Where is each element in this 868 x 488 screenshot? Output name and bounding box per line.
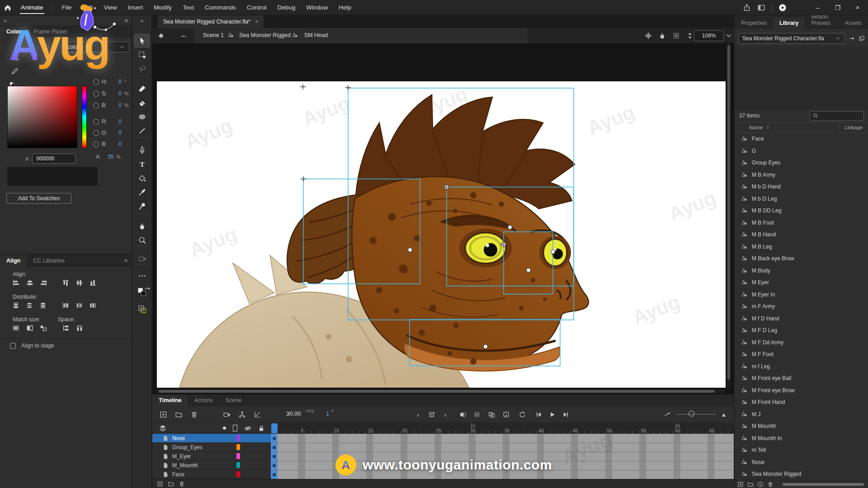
menu-item-window[interactable]: Window <box>301 0 333 15</box>
hex-color-input[interactable] <box>32 154 75 164</box>
tab-cc-libraries[interactable]: CC Libraries <box>27 255 71 267</box>
library-item[interactable]: M B Foot <box>735 217 868 229</box>
layer-parenting-icon[interactable] <box>236 409 247 419</box>
library-item[interactable]: M b D Hand <box>735 181 868 193</box>
tab-align[interactable]: Align <box>0 255 27 267</box>
fill-bucket-icon[interactable] <box>11 53 19 61</box>
library-item[interactable]: G <box>735 145 868 157</box>
hsb-field-h[interactable]: H:0° <box>93 79 126 85</box>
library-item[interactable]: M B Leg <box>735 241 868 253</box>
breadcrumb-scene[interactable]: Scene 1 <box>203 32 224 38</box>
test-movie-icon[interactable] <box>778 4 787 12</box>
library-item[interactable]: M f D Hand <box>735 313 868 325</box>
library-item-name[interactable]: M B DD Leg <box>752 207 781 214</box>
library-item-name[interactable]: m Tell <box>752 447 766 453</box>
library-item[interactable]: Sea Monster Rigged <box>735 468 868 480</box>
radio-icon[interactable] <box>93 91 99 97</box>
library-item[interactable]: M F D Leg <box>735 324 868 337</box>
loop-icon[interactable] <box>517 409 528 419</box>
timeline-zoom-slider[interactable] <box>677 414 716 415</box>
keyframe-dot[interactable] <box>273 446 276 449</box>
align-top-button[interactable] <box>61 278 71 287</box>
rgb-field-b[interactable]: B:0 <box>93 141 124 147</box>
document-tab-close-icon[interactable]: × <box>255 19 258 25</box>
radio-icon[interactable] <box>93 119 99 125</box>
layer-row-nose[interactable]: Nose <box>152 434 271 443</box>
layer-name[interactable]: Face <box>172 471 184 478</box>
swap-colors-icon[interactable] <box>143 286 151 295</box>
menu-item-debug[interactable]: Debug <box>272 0 301 15</box>
color-type-dropdown[interactable]: color <box>63 42 129 52</box>
alpha-field[interactable]: A: 35 % <box>96 154 121 160</box>
library-item-name[interactable]: M Mounth <box>752 423 776 429</box>
center-frame-icon[interactable] <box>644 32 652 40</box>
library-item-name[interactable]: M B Hand <box>752 231 776 238</box>
line-tool[interactable] <box>135 124 149 137</box>
insert-frame-icon[interactable] <box>500 409 511 419</box>
home-icon[interactable] <box>0 4 15 12</box>
layer-row-face[interactable]: Face <box>152 470 271 479</box>
library-item[interactable]: M F Foot <box>735 348 868 361</box>
tab-actions[interactable]: Actions <box>188 395 219 406</box>
library-item[interactable]: m F Army <box>735 300 868 313</box>
sort-arrow-icon[interactable]: ↑ <box>767 125 769 130</box>
tab-scene[interactable]: Scene <box>219 395 247 406</box>
align-left-button[interactable] <box>11 278 22 287</box>
collapse-panel-icon[interactable]: « <box>4 17 7 24</box>
hand-tool[interactable] <box>135 220 149 232</box>
layer-row-group_eyes[interactable]: Group_Eyes <box>152 443 271 452</box>
camera-tool[interactable] <box>135 252 149 265</box>
asset-warp-tool[interactable] <box>135 200 149 212</box>
library-item[interactable]: M Mounth In <box>735 432 868 445</box>
library-item[interactable]: M Mounth <box>735 420 868 432</box>
tab-library[interactable]: Library <box>773 18 805 29</box>
new-folder-icon[interactable] <box>173 409 184 419</box>
properties-info-icon[interactable] <box>757 481 764 488</box>
trash-small-icon[interactable] <box>179 481 185 487</box>
layer-row-m_mounth[interactable]: M_Mounth <box>152 461 271 470</box>
zoom-level-input[interactable]: 106% <box>694 30 724 41</box>
eraser-tool[interactable] <box>135 96 149 109</box>
onion-skin-icon[interactable] <box>457 409 468 419</box>
library-item[interactable]: Face <box>735 133 868 145</box>
menu-item-view[interactable]: View <box>99 0 123 15</box>
onion-marker-icon[interactable]: A <box>426 409 437 419</box>
step-forward-icon[interactable] <box>560 409 571 419</box>
column-linkage[interactable]: Linkage <box>844 125 863 130</box>
menu-item-insert[interactable]: Insert <box>123 0 149 15</box>
menu-item-modify[interactable]: Modify <box>148 0 177 15</box>
timeline-zoom-max-icon[interactable]: ▲ <box>718 409 729 419</box>
restore-button[interactable]: ❐ <box>831 4 844 11</box>
new-folder-icon[interactable] <box>747 481 754 488</box>
menu-item-edit[interactable]: Edit <box>77 0 98 15</box>
library-item-name[interactable]: M b D Hand <box>752 183 781 190</box>
tab-color[interactable]: Color <box>0 26 28 38</box>
rgb-field-r[interactable]: R:0 <box>93 118 124 125</box>
rgb-field-g[interactable]: G:0 <box>93 130 124 136</box>
canvas-vscrollbar[interactable] <box>727 43 731 389</box>
delete-item-icon[interactable] <box>767 481 774 488</box>
pin-library-icon[interactable] <box>849 35 855 42</box>
library-item[interactable]: m Tell <box>735 444 868 456</box>
library-item[interactable]: M B Army <box>735 169 868 181</box>
library-item[interactable]: M b D Leg <box>735 193 868 205</box>
library-item[interactable]: M Front eye Ball <box>735 372 868 385</box>
outline-toggle-icon[interactable] <box>233 425 237 432</box>
library-item-name[interactable]: M J <box>752 411 760 418</box>
layer-row-m_eyer[interactable]: M_Eyer <box>152 452 271 461</box>
timeline-zoom-knob[interactable] <box>689 411 694 417</box>
lasso-tool[interactable] <box>135 62 149 75</box>
menu-item-file[interactable]: File <box>57 0 77 15</box>
column-name[interactable]: Name <box>749 125 763 130</box>
library-item[interactable]: M Eyer <box>735 277 868 289</box>
new-symbol-icon[interactable] <box>737 481 744 488</box>
rotation-tool-icon[interactable] <box>658 32 666 40</box>
text-tool[interactable]: T <box>135 158 149 170</box>
new-layer-icon[interactable] <box>158 409 169 419</box>
menu-item-commands[interactable]: Commands <box>199 0 241 15</box>
layer-name[interactable]: Group_Eyes <box>172 444 203 450</box>
keyframe-dot[interactable] <box>273 464 276 467</box>
library-item-name[interactable]: M B Army <box>752 172 775 178</box>
prev-keyframe-icon[interactable]: ‹ <box>413 409 424 419</box>
selection-tool[interactable] <box>135 34 149 47</box>
